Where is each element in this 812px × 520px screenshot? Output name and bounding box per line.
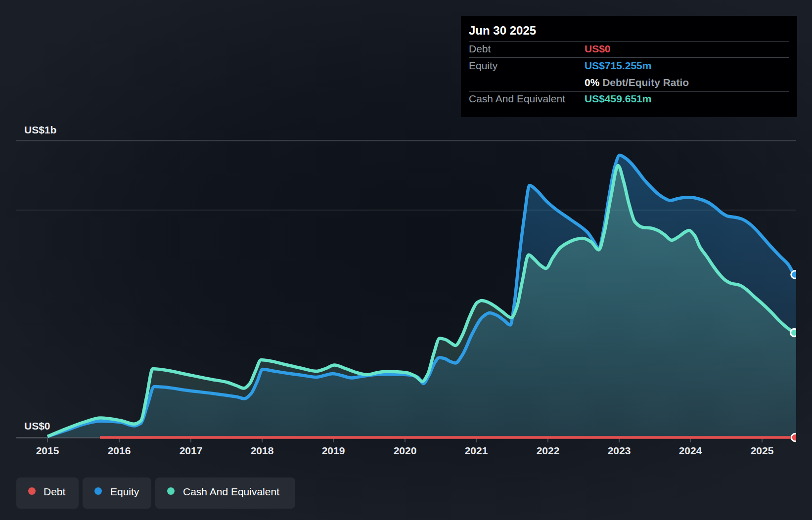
svg-text:US$0: US$0 [24, 420, 50, 432]
svg-text:2022: 2022 [537, 445, 560, 456]
svg-text:2020: 2020 [394, 445, 417, 456]
svg-text:2023: 2023 [608, 445, 631, 456]
svg-text:2015: 2015 [36, 445, 59, 456]
svg-text:2016: 2016 [108, 445, 131, 456]
svg-text:US$1b: US$1b [24, 124, 56, 135]
svg-text:2024: 2024 [679, 445, 702, 456]
svg-text:2021: 2021 [465, 445, 488, 456]
svg-text:2018: 2018 [251, 445, 274, 456]
svg-text:2025: 2025 [751, 445, 774, 456]
svg-text:2017: 2017 [180, 445, 203, 456]
svg-text:2019: 2019 [322, 445, 345, 456]
